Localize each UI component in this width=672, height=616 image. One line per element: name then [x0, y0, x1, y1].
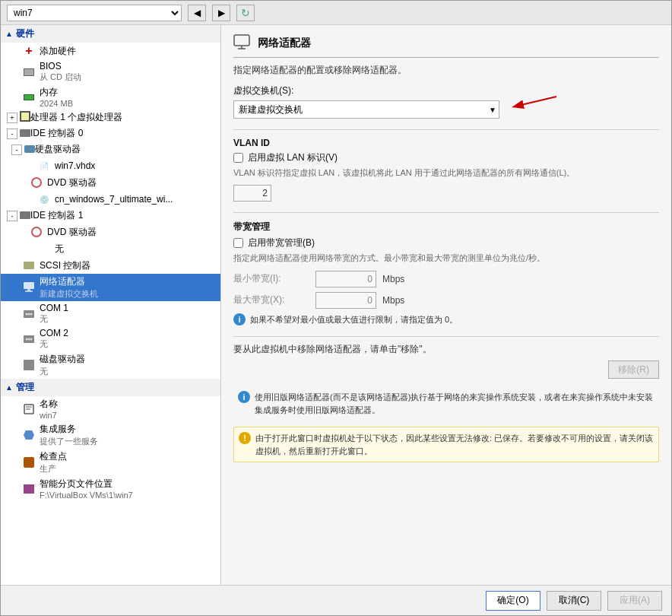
svg-point-4 — [26, 313, 28, 315]
hdd-label: 硬盘驱动器 — [35, 144, 81, 154]
bandwidth-info-box: i 如果不希望对最小值或最大值进行限制，请指定值为 0。 — [233, 313, 659, 326]
dvd1-filename: cn_windows_7_ultimate_wi... — [55, 194, 173, 205]
apply-button[interactable]: 应用(A) — [607, 591, 662, 611]
bandwidth-checkbox-row: 启用带宽管理(B) — [233, 237, 659, 249]
warning-text: 由于打开此窗口时虚拟机处于以下状态，因此某些设置无法修改: 已保存。若要修改不可… — [255, 432, 654, 457]
max-bandwidth-row: 最大带宽(X): Mbps — [233, 292, 659, 309]
expand-ide0-icon[interactable]: - — [7, 129, 17, 139]
bios-sub: 从 CD 启动 — [40, 71, 81, 83]
sidebar-item-smart-paging[interactable]: 智能分页文件位置 F:\VirtualBox VMs\1\win7 — [1, 476, 220, 501]
vm-select[interactable]: win7 — [7, 5, 182, 21]
processor-label: 处理器 — [30, 112, 58, 122]
virtual-switch-select[interactable]: 新建虚拟交换机 — [233, 100, 499, 119]
warning-icon: ! — [239, 432, 251, 444]
min-bandwidth-label: 最小带宽(I): — [233, 272, 309, 285]
sidebar-item-scsi[interactable]: SCSI 控制器 — [1, 257, 220, 274]
expand-ide1-icon[interactable]: - — [7, 211, 17, 221]
svg-rect-14 — [234, 35, 249, 46]
remove-button[interactable]: 移除(R) — [608, 360, 659, 379]
disk-drive-label: 磁盘驱动器 — [40, 353, 85, 366]
smart-paging-sub: F:\VirtualBox VMs\1\win7 — [40, 491, 133, 500]
remove-section: 要从此虚拟机中移除网络适配器，请单击"移除"。 移除(R) — [233, 336, 659, 379]
expand-processor-icon[interactable]: + — [7, 113, 17, 123]
sidebar-item-name[interactable]: 名称 win7 — [1, 396, 220, 421]
com2-icon — [22, 332, 36, 346]
vlan-value-input[interactable] — [233, 185, 271, 202]
back-button[interactable]: ◀ — [188, 5, 206, 21]
min-bandwidth-row: 最小带宽(I): Mbps — [233, 271, 659, 287]
remove-text: 要从此虚拟机中移除网络适配器，请单击"移除"。 — [233, 343, 659, 356]
snapshot-sub: 生产 — [40, 463, 67, 475]
bios-icon — [22, 65, 36, 79]
ok-button[interactable]: 确定(O) — [486, 591, 540, 611]
dvd1-label: DVD 驱动器 — [47, 176, 97, 189]
memory-sub: 2024 MB — [40, 99, 73, 108]
hdd-file-icon: 📄 — [37, 159, 51, 173]
dvd2-icon — [30, 225, 43, 239]
vlan-checkbox[interactable] — [233, 153, 243, 163]
dvd2-label: DVD 驱动器 — [47, 226, 97, 239]
sidebar-item-ide0[interactable]: - IDE 控制器 0 — [1, 125, 220, 141]
sidebar-item-ide1[interactable]: - IDE 控制器 1 — [1, 208, 220, 224]
forward-button[interactable]: ▶ — [212, 5, 230, 21]
dvd1-file-icon: 💿 — [37, 192, 51, 206]
sidebar-item-dvd1-file[interactable]: 💿 cn_windows_7_ultimate_wi... — [1, 191, 220, 208]
info-notice-text: 使用旧版网络适配器(而不是该网络适配器)执行基于网络的来宾操作系统安装，或者在来… — [255, 391, 655, 416]
network-label: 网络适配器 — [40, 275, 98, 288]
sidebar-item-processor[interactable]: + 处理器 1 个虚拟处理器 — [1, 110, 220, 125]
main-window: win7 ◀ ▶ ↻ ▲ 硬件 + 添加硬件 — [0, 0, 672, 616]
mgmt-name-sub: win7 — [40, 411, 58, 420]
processor-sub: 1 个虚拟处理器 — [60, 112, 122, 122]
mgmt-name-label: 名称 — [40, 398, 58, 411]
sidebar-item-com1[interactable]: COM 1 无 — [1, 301, 220, 326]
com2-sub: 无 — [40, 338, 68, 350]
cancel-button[interactable]: 取消(C) — [547, 591, 601, 611]
sidebar-item-integration[interactable]: 集成服务 提供了一些服务 — [1, 421, 220, 449]
max-bandwidth-label: 最大带宽(X): — [233, 294, 309, 306]
content-area: ▲ 硬件 + 添加硬件 BIOS 从 CD 启动 — [1, 25, 671, 585]
sidebar-item-add-hardware[interactable]: + 添加硬件 — [1, 43, 220, 59]
bandwidth-checkbox-label[interactable]: 启用带宽管理(B) — [248, 237, 315, 249]
svg-point-9 — [28, 338, 30, 340]
sidebar-item-dvd2[interactable]: DVD 驱动器 — [1, 224, 220, 240]
sidebar-item-memory[interactable]: 内存 2024 MB — [1, 84, 220, 110]
panel-header: 网络适配器 — [233, 34, 659, 58]
panel-network-icon — [233, 34, 252, 52]
chevron-mgmt-icon: ▲ — [5, 383, 13, 392]
info-notice-icon: i — [238, 391, 250, 403]
sidebar-item-disk-drive[interactable]: 磁盘驱动器 无 — [1, 351, 220, 379]
sidebar-item-hdd[interactable]: - 硬盘驱动器 — [1, 141, 220, 157]
min-bandwidth-input[interactable] — [315, 271, 376, 287]
bandwidth-checkbox[interactable] — [233, 238, 243, 248]
add-hardware-label: 添加硬件 — [40, 45, 76, 58]
sidebar-item-com2[interactable]: COM 2 无 — [1, 326, 220, 351]
sidebar-item-dvd1[interactable]: DVD 驱动器 — [1, 174, 220, 191]
expand-hdd-icon[interactable]: - — [11, 144, 22, 155]
refresh-button[interactable]: ↻ — [236, 5, 255, 21]
ide0-label: IDE 控制器 0 — [30, 128, 83, 138]
svg-rect-2 — [25, 291, 33, 292]
sidebar-item-snapshot[interactable]: 检查点 生产 — [1, 449, 220, 476]
memory-label: 内存 — [40, 86, 73, 99]
sidebar-item-hdd-file[interactable]: 📄 win7.vhdx — [1, 157, 220, 174]
smart-paging-label: 智能分页文件位置 — [40, 478, 133, 491]
sidebar-section-hardware[interactable]: ▲ 硬件 — [1, 25, 220, 43]
ide1-label: IDE 控制器 1 — [30, 210, 83, 221]
sidebar-section-management[interactable]: ▲ 管理 — [1, 379, 220, 396]
processor-icon — [20, 111, 30, 124]
dvd1-icon — [30, 176, 43, 189]
com2-label: COM 2 — [40, 328, 68, 338]
virtual-switch-label: 虚拟交换机(S): — [233, 84, 659, 97]
vlan-value-row — [233, 185, 659, 202]
max-bandwidth-input[interactable] — [315, 292, 376, 309]
warning-notice: ! 由于打开此窗口时虚拟机处于以下状态，因此某些设置无法修改: 已保存。若要修改… — [233, 427, 659, 462]
sidebar-item-network[interactable]: 网络适配器 新建虚拟交换机 — [1, 274, 220, 301]
hdd-file-label: win7.vhdx — [55, 160, 95, 171]
min-bandwidth-unit: Mbps — [382, 274, 404, 284]
sidebar-item-bios[interactable]: BIOS 从 CD 启动 — [1, 59, 220, 84]
vlan-checkbox-label[interactable]: 启用虚拟 LAN 标识(V) — [248, 151, 338, 164]
info-icon: i — [233, 313, 246, 325]
sidebar-item-dvd2-sub[interactable]: 无 — [1, 240, 220, 257]
sidebar: ▲ 硬件 + 添加硬件 BIOS 从 CD 启动 — [1, 25, 221, 585]
com1-sub: 无 — [40, 313, 68, 325]
